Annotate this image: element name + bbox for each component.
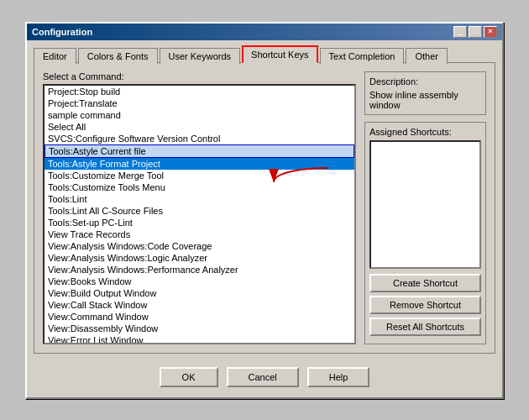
list-item[interactable]: Tools:Set-up PC-Lint <box>45 217 354 228</box>
description-group: Description: Show inline assembly window <box>364 71 486 115</box>
list-item[interactable]: sample command <box>45 109 354 121</box>
right-panel: Description: Show inline assembly window… <box>364 71 486 344</box>
window-title: Configuration <box>32 27 92 37</box>
description-text: Show inline assembly window <box>369 90 481 110</box>
remove-shortcut-button[interactable]: Remove Shortcut <box>369 296 481 314</box>
list-item[interactable]: SVCS:Configure Software Version Control <box>45 133 354 144</box>
minimize-button[interactable]: _ <box>453 26 467 38</box>
ok-button[interactable]: OK <box>160 367 218 387</box>
list-item[interactable]: View:Command Window <box>45 311 354 323</box>
command-listbox[interactable]: Project:Stop build Project:Translate sam… <box>43 84 356 344</box>
list-item[interactable]: Project:Stop build <box>45 86 354 97</box>
list-item[interactable]: View:Analysis Windows:Logic Analyzer <box>45 252 354 264</box>
description-label: Description: <box>369 76 481 87</box>
configuration-window: Configuration _ □ × Editor Colors & Font… <box>25 22 504 399</box>
list-item[interactable]: View:Call Stack Window <box>45 299 354 311</box>
tab-shortcut-keys[interactable]: Shortcut Keys <box>242 45 317 63</box>
tab-bar: Editor Colors & Fonts User Keywords Shor… <box>34 45 495 63</box>
list-item[interactable]: View:Build Output Window <box>45 287 354 299</box>
help-button[interactable]: Help <box>307 367 370 387</box>
title-bar-controls: _ □ × <box>453 26 497 38</box>
maximize-button[interactable]: □ <box>469 26 482 38</box>
bottom-bar: OK Cancel Help <box>34 362 495 391</box>
shortcuts-label: Assigned Shortcuts: <box>369 127 481 137</box>
tab-user-keywords[interactable]: User Keywords <box>160 48 241 64</box>
list-item[interactable]: View:Books Window <box>45 276 354 287</box>
content-layout: Select a Command: Project:Stop build Pro… <box>43 71 486 344</box>
list-item[interactable]: Tools:Customize Tools Menu <box>45 181 354 193</box>
list-item-astyle-current[interactable]: Tools:Astyle Current file <box>45 144 354 158</box>
cancel-button[interactable]: Cancel <box>227 367 299 387</box>
title-bar: Configuration _ □ × <box>27 24 502 40</box>
list-item[interactable]: Tools:Customize Merge Tool <box>45 170 354 181</box>
command-list-scroll[interactable]: Project:Stop build Project:Translate sam… <box>45 86 354 343</box>
tab-editor[interactable]: Editor <box>34 48 76 64</box>
list-item[interactable]: Select All <box>45 121 354 133</box>
tab-text-completion[interactable]: Text Completion <box>320 48 405 64</box>
reset-shortcuts-button[interactable]: Reset All Shortcuts <box>369 318 481 336</box>
list-item[interactable]: Project:Translate <box>45 97 354 109</box>
command-list-wrapper: Project:Stop build Project:Translate sam… <box>43 84 356 344</box>
create-shortcut-button[interactable]: Create Shortcut <box>369 274 481 292</box>
list-item-astyle-format[interactable]: Tools:Astyle Format Project <box>45 158 354 170</box>
list-item[interactable]: View:Analysis Windows:Performance Analyz… <box>45 264 354 276</box>
shortcuts-group: Assigned Shortcuts: Create Shortcut Remo… <box>364 122 486 344</box>
tab-colors-fonts[interactable]: Colors & Fonts <box>78 48 158 64</box>
list-item[interactable]: View Trace Records <box>45 228 354 240</box>
close-button[interactable]: × <box>484 26 497 38</box>
list-item[interactable]: View:Error List Window <box>45 334 354 343</box>
shortcuts-listbox[interactable] <box>369 140 481 269</box>
tab-content: Select a Command: Project:Stop build Pro… <box>34 62 495 354</box>
list-item[interactable]: Tools:Lint All C-Source Files <box>45 205 354 217</box>
list-item[interactable]: View:Disassembly Window <box>45 323 354 334</box>
left-panel: Select a Command: Project:Stop build Pro… <box>43 71 356 344</box>
list-item[interactable]: View:Analysis Windows:Code Coverage <box>45 240 354 252</box>
tab-other[interactable]: Other <box>406 48 448 64</box>
select-command-label: Select a Command: <box>43 71 356 81</box>
window-body: Editor Colors & Fonts User Keywords Shor… <box>27 40 502 397</box>
list-item[interactable]: Tools:Lint <box>45 193 354 205</box>
